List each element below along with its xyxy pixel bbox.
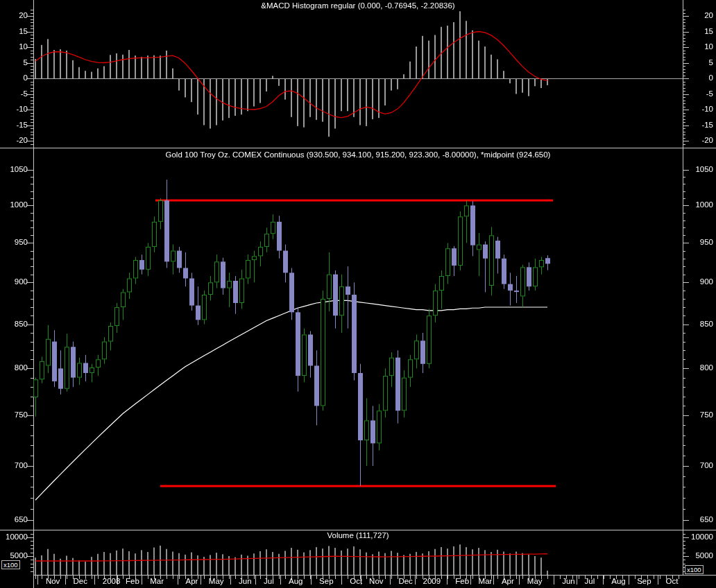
- x-axis-month-label: Jun: [239, 577, 252, 585]
- price-axis-tick-label: 850: [0, 320, 28, 329]
- price-axis-tick-label: 700: [688, 461, 713, 470]
- x-axis-month-label: Apr: [186, 577, 198, 585]
- price-axis-tick-label: 1000: [0, 200, 28, 209]
- x-axis-month-label: May: [527, 577, 543, 585]
- price-axis-tick-label: 1050: [688, 165, 713, 174]
- x-axis-month-label: Feb: [455, 577, 469, 585]
- x-axis-month-label: Nov: [46, 577, 60, 585]
- x-axis-month-label: Nov: [369, 577, 383, 585]
- x-axis-month-label: Sep: [319, 577, 333, 585]
- macd-axis-tick-label: 0: [688, 74, 713, 83]
- price-panel-title: Gold 100 Troy Oz. COMEX Continuous (930.…: [0, 150, 716, 159]
- macd-axis-tick-label: 20: [688, 11, 713, 20]
- volume-axis-tick-label: 5000: [688, 551, 713, 560]
- x-axis-month-label: Jul: [264, 577, 274, 585]
- volume-axis-tick-label: 5000: [0, 551, 28, 560]
- x-axis-month-label: Dec: [398, 577, 412, 585]
- macd-axis-tick-label: -20: [0, 136, 28, 145]
- x-axis-month-label: Aug: [611, 577, 625, 585]
- macd-axis-tick-label: -10: [0, 105, 28, 114]
- x-axis-month-label: Oct: [350, 577, 362, 585]
- price-axis-tick-label: 1050: [0, 165, 28, 174]
- volume-axis-tick-label: 10000: [0, 533, 28, 542]
- macd-axis-tick-label: 15: [688, 27, 713, 36]
- macd-panel-title: &MACD Histogram regular (0.000, -0.76945…: [0, 1, 716, 10]
- volume-multiplier-left: x100: [1, 560, 20, 569]
- macd-axis-tick-label: 0: [0, 74, 28, 83]
- volume-multiplier-right: x100: [685, 565, 704, 574]
- price-axis-tick-label: 1000: [688, 200, 713, 209]
- macd-axis-tick-label: -10: [688, 105, 713, 114]
- macd-axis-tick-label: 20: [0, 11, 28, 20]
- price-axis-tick-label: 900: [688, 277, 713, 286]
- volume-panel-title: Volume (111,727): [0, 531, 716, 539]
- charting-window: &MACD Histogram regular (0.000, -0.76945…: [0, 0, 716, 588]
- price-axis-tick-label: 650: [688, 515, 713, 524]
- macd-axis-tick-label: -5: [0, 89, 28, 98]
- macd-axis-tick-label: -20: [688, 136, 713, 145]
- x-axis-month-label: May: [209, 577, 224, 585]
- price-axis-tick-label: 800: [688, 363, 713, 372]
- macd-axis-tick-label: 10: [688, 42, 713, 51]
- price-axis-tick-label: 650: [0, 515, 28, 524]
- x-axis-month-label: Feb: [126, 577, 139, 585]
- price-axis-tick-label: 750: [688, 410, 713, 420]
- x-axis-month-label: Oct: [666, 577, 679, 585]
- x-axis-month-label: Dec: [74, 577, 87, 585]
- macd-axis-tick-label: -15: [688, 121, 713, 130]
- x-axis-month-label: 2009: [423, 577, 441, 585]
- price-axis-tick-label: 800: [0, 363, 28, 372]
- macd-axis-tick-label: -5: [688, 89, 713, 98]
- macd-axis-tick-label: 15: [0, 27, 28, 36]
- volume-axis-tick-label: 10000: [688, 533, 713, 542]
- price-axis-tick-label: 700: [0, 461, 28, 470]
- macd-axis-tick-label: 5: [0, 58, 28, 67]
- x-axis-month-label: Mar: [479, 577, 493, 585]
- chart-canvas[interactable]: [0, 0, 716, 588]
- x-axis-month-label: Mar: [150, 577, 164, 585]
- price-axis-tick-label: 850: [688, 320, 713, 329]
- x-axis-month-label: Aug: [289, 577, 302, 585]
- x-axis-month-label: Jun: [562, 577, 575, 585]
- macd-axis-tick-label: -15: [0, 121, 28, 130]
- x-axis-month-label: Jul: [585, 577, 595, 585]
- price-axis-tick-label: 950: [688, 238, 713, 247]
- x-axis-month-label: 2008: [103, 577, 121, 585]
- macd-axis-tick-label: 5: [688, 58, 713, 67]
- price-axis-tick-label: 900: [0, 277, 28, 286]
- x-axis-month-label: Apr: [502, 577, 514, 585]
- price-axis-tick-label: 750: [0, 410, 28, 420]
- x-axis-month-label: Sep: [637, 577, 651, 585]
- macd-axis-tick-label: 10: [0, 42, 28, 51]
- price-axis-tick-label: 950: [0, 238, 28, 247]
